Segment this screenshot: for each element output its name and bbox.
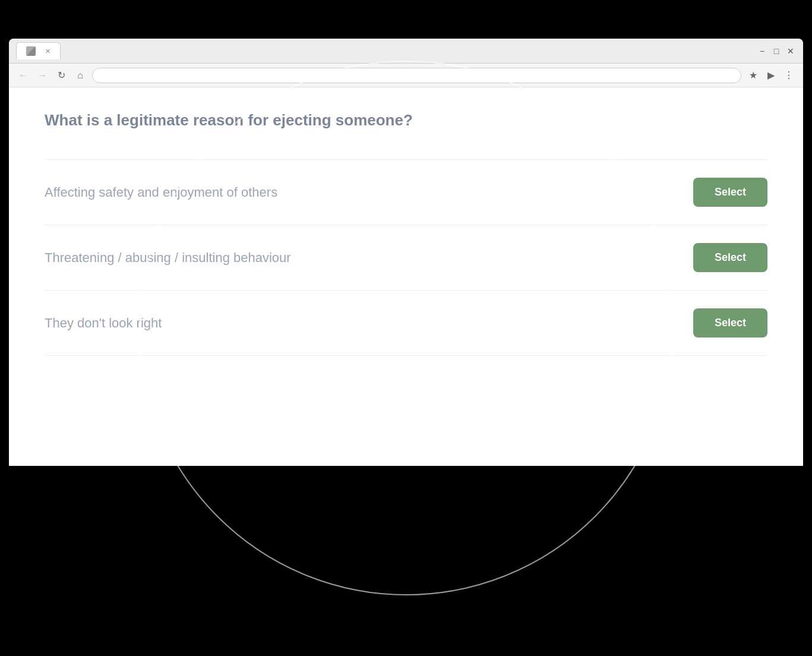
browser-window: ✕ − □ ✕ ← → ↻ ⌂ ★ ▶ ⋮ What is a legitima…: [9, 39, 803, 466]
option-text-2: Threatening / abusing / insulting behavi…: [45, 250, 291, 266]
option-row-3: They don't look right Select: [45, 291, 767, 356]
menu-button[interactable]: ⋮: [782, 68, 796, 83]
bookmark-button[interactable]: ★: [746, 68, 760, 83]
forward-button[interactable]: →: [35, 68, 49, 83]
reload-button[interactable]: ↻: [54, 68, 68, 83]
navigation-bar: ← → ↻ ⌂ ★ ▶ ⋮: [9, 64, 803, 87]
maximize-button[interactable]: □: [771, 46, 782, 56]
options-list: Affecting safety and enjoyment of others…: [45, 159, 767, 356]
tab-favicon: [26, 46, 36, 56]
select-button-3[interactable]: Select: [693, 308, 767, 338]
question-title: What is a legitimate reason for ejecting…: [45, 111, 767, 130]
page-content: What is a legitimate reason for ejecting…: [9, 87, 803, 466]
option-row-2: Threatening / abusing / insulting behavi…: [45, 225, 767, 291]
cast-button[interactable]: ▶: [764, 68, 778, 83]
close-button[interactable]: ✕: [785, 46, 796, 56]
option-row-1: Affecting safety and enjoyment of others…: [45, 159, 767, 225]
nav-actions: ★ ▶ ⋮: [746, 68, 796, 83]
back-button[interactable]: ←: [16, 68, 30, 83]
minimize-button[interactable]: −: [757, 46, 767, 56]
option-text-1: Affecting safety and enjoyment of others: [45, 185, 277, 200]
option-text-3: They don't look right: [45, 316, 162, 331]
window-controls: − □ ✕: [757, 46, 796, 56]
address-bar[interactable]: [92, 68, 741, 83]
select-button-1[interactable]: Select: [693, 178, 767, 207]
title-bar: ✕ − □ ✕: [9, 39, 803, 64]
browser-tab[interactable]: ✕: [16, 42, 61, 59]
home-button[interactable]: ⌂: [73, 68, 87, 83]
select-button-2[interactable]: Select: [693, 243, 767, 272]
tab-close-button[interactable]: ✕: [45, 48, 50, 55]
